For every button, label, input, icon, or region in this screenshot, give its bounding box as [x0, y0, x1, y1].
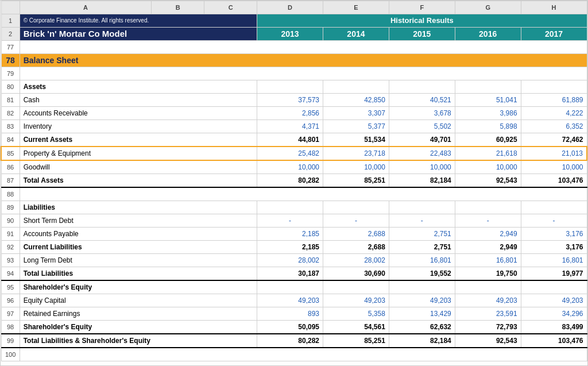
shareholders-equity-2013: 50,095	[257, 321, 323, 334]
col-header-c[interactable]: C	[204, 1, 257, 14]
row-85-ppe: 85 Property & Equipment 25,482 23,718 22…	[1, 147, 587, 160]
total-liabilities-equity-2015: 82,184	[389, 334, 455, 348]
ppe-2014: 23,718	[323, 147, 389, 160]
ap-label: Accounts Payable	[20, 228, 257, 241]
retained-earnings-2017: 34,296	[521, 307, 587, 321]
row-num-94: 94	[1, 267, 20, 281]
inventory-label: Inventory	[20, 120, 257, 133]
row-87: 87 Total Assets 80,282 85,251 82,184 92,…	[1, 174, 587, 188]
inventory-2015: 5,502	[389, 120, 455, 133]
row-num-84: 84	[1, 133, 20, 147]
cash-2013: 37,573	[257, 94, 323, 107]
ppe-label: Property & Equipment	[20, 147, 257, 160]
ar-2013: 2,856	[257, 107, 323, 120]
row-94: 94 Total Liabilities 30,187 30,690 19,55…	[1, 267, 587, 281]
shareholders-equity-2016: 72,793	[455, 321, 521, 334]
current-liabilities-2014: 2,688	[323, 241, 389, 254]
inventory-2014: 5,377	[323, 120, 389, 133]
row-78-balance-sheet: 78 Balance Sheet	[1, 54, 587, 67]
balance-sheet-title: Balance Sheet	[20, 54, 587, 67]
goodwill-2017: 10,000	[521, 160, 587, 174]
col-header-f[interactable]: F	[389, 1, 455, 14]
ap-2015: 2,751	[389, 228, 455, 241]
row-num-85: 85	[1, 147, 20, 160]
row-num-90: 90	[1, 214, 20, 228]
total-assets-2013: 80,282	[257, 174, 323, 188]
equity-capital-2013: 49,203	[257, 294, 323, 307]
row-num-88: 88	[1, 187, 20, 201]
year-2013: 2013	[257, 28, 323, 41]
current-liabilities-2013: 2,185	[257, 241, 323, 254]
year-2015: 2015	[389, 28, 455, 41]
year-2017: 2017	[521, 28, 587, 41]
copyright-cell: © Corporate Finance Institute. All right…	[20, 14, 257, 28]
std-2013: -	[257, 214, 323, 228]
ppe-2016: 21,618	[455, 147, 521, 160]
row-80: 80 Assets	[1, 80, 587, 94]
row-96: 96 Equity Capital 49,203 49,203 49,203 4…	[1, 294, 587, 307]
cash-label: Cash	[20, 94, 257, 107]
row-82: 82 Accounts Receivable 2,856 3,307 3,678…	[1, 107, 587, 120]
col-header-a[interactable]: A	[20, 1, 152, 14]
row-num-95: 95	[1, 280, 20, 294]
total-liabilities-equity-2016: 92,543	[455, 334, 521, 348]
row-num-82: 82	[1, 107, 20, 120]
ap-2017: 3,176	[521, 228, 587, 241]
current-liabilities-label: Current Liabilities	[20, 241, 257, 254]
ltd-2016: 16,801	[455, 254, 521, 267]
inventory-2016: 5,898	[455, 120, 521, 133]
row-2: 2 Brick 'n' Mortar Co Model 2013 2014 20…	[1, 28, 587, 41]
std-2014: -	[323, 214, 389, 228]
col-header-d[interactable]: D	[257, 1, 323, 14]
liabilities-label: Liabilities	[20, 201, 257, 214]
ppe-2015: 22,483	[389, 147, 455, 160]
row-num-96: 96	[1, 294, 20, 307]
equity-capital-2015: 49,203	[389, 294, 455, 307]
col-header-e[interactable]: E	[323, 1, 389, 14]
equity-capital-2014: 49,203	[323, 294, 389, 307]
goodwill-label: Goodwill	[20, 160, 257, 174]
ar-label: Accounts Receivable	[20, 107, 257, 120]
assets-label: Assets	[20, 80, 257, 94]
total-assets-label: Total Assets	[20, 174, 257, 188]
col-header-h[interactable]: H	[521, 1, 587, 14]
goodwill-2016: 10,000	[455, 160, 521, 174]
equity-capital-label: Equity Capital	[20, 294, 257, 307]
retained-earnings-2015: 13,429	[389, 307, 455, 321]
ar-2015: 3,678	[389, 107, 455, 120]
row-86: 86 Goodwill 10,000 10,000 10,000 10,000 …	[1, 160, 587, 174]
std-label: Short Term Debt	[20, 214, 257, 228]
equity-capital-2017: 49,203	[521, 294, 587, 307]
ltd-2015: 16,801	[389, 254, 455, 267]
row-98: 98 Shareholder's Equity 50,095 54,561 62…	[1, 321, 587, 334]
row-num-99: 99	[1, 334, 20, 348]
ap-2014: 2,688	[323, 228, 389, 241]
ltd-label: Long Term Debt	[20, 254, 257, 267]
current-liabilities-2016: 2,949	[455, 241, 521, 254]
current-assets-2016: 60,925	[455, 133, 521, 147]
row-77: 77	[1, 41, 587, 54]
ap-2013: 2,185	[257, 228, 323, 241]
ppe-2013: 25,482	[257, 147, 323, 160]
shareholders-equity-2014: 54,561	[323, 321, 389, 334]
row-num-77: 77	[1, 41, 20, 54]
row-num-1: 1	[1, 14, 20, 28]
current-assets-2017: 72,462	[521, 133, 587, 147]
col-header-b[interactable]: B	[152, 1, 204, 14]
current-assets-2015: 49,701	[389, 133, 455, 147]
column-header-row: A B C D E F G H	[1, 1, 587, 14]
row-89: 89 Liabilities	[1, 201, 587, 214]
col-header-g[interactable]: G	[455, 1, 521, 14]
row-79: 79	[1, 67, 587, 80]
retained-earnings-2016: 23,591	[455, 307, 521, 321]
row-91: 91 Accounts Payable 2,185 2,688 2,751 2,…	[1, 228, 587, 241]
std-2015: -	[389, 214, 455, 228]
std-2017: -	[521, 214, 587, 228]
cash-2015: 40,521	[389, 94, 455, 107]
current-liabilities-2017: 3,176	[521, 241, 587, 254]
row-num-89: 89	[1, 201, 20, 214]
equity-section-label: Shareholder's Equity	[20, 280, 257, 294]
total-liabilities-equity-2017: 103,476	[521, 334, 587, 348]
cash-2016: 51,041	[455, 94, 521, 107]
row-90: 90 Short Term Debt - - - - -	[1, 214, 587, 228]
